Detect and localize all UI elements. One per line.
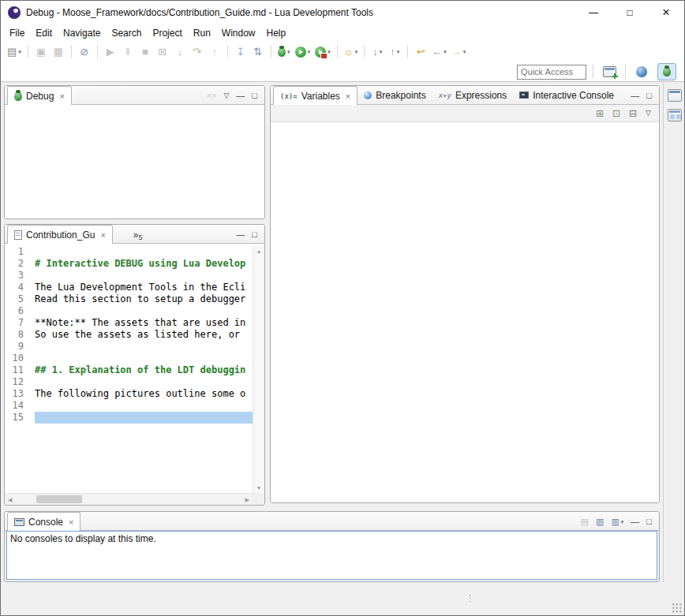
menu-navigate[interactable]: Navigate: [58, 26, 106, 40]
tab-variables[interactable]: (x)=Variables×: [273, 86, 357, 105]
editor-line[interactable]: 1: [5, 246, 253, 258]
close-tab-icon[interactable]: ×: [59, 91, 64, 101]
maximize-view-icon[interactable]: □: [646, 517, 652, 526]
maximize-view-icon[interactable]: □: [252, 230, 257, 239]
quick-access-input[interactable]: [517, 65, 586, 80]
minimize-view-icon[interactable]: —: [631, 517, 639, 526]
remove-all-terminated-icon[interactable]: ××: [207, 91, 217, 100]
console-view-toolbar: ▤ ▥ ▥ ▾ — □: [581, 517, 659, 526]
disconnect-icon[interactable]: ⊠: [155, 43, 170, 61]
editor-line[interactable]: 13The following pictures outline some o: [5, 388, 253, 400]
editor-horizontal-scrollbar[interactable]: ◀ ▶: [5, 493, 253, 505]
minimize-view-icon[interactable]: —: [631, 91, 639, 100]
lua-perspective-button[interactable]: [632, 63, 651, 80]
display-selected-console-icon[interactable]: ▥: [596, 517, 604, 526]
sash-handle[interactable]: ⋮: [466, 593, 474, 603]
forward-icon[interactable]: →▾: [450, 43, 468, 61]
tab-contribution-guide[interactable]: Contribution_Gu ×: [7, 225, 113, 244]
menu-window[interactable]: Window: [216, 26, 261, 40]
close-tab-icon[interactable]: ×: [69, 517, 73, 527]
open-new-console-button[interactable]: ▥ ▾: [611, 517, 623, 526]
debug-icon[interactable]: ▾: [276, 43, 292, 61]
maximize-window-button[interactable]: □: [612, 1, 648, 24]
run-icon[interactable]: ▾: [294, 43, 313, 61]
editor-line[interactable]: 12: [5, 376, 253, 388]
menu-file[interactable]: File: [4, 26, 30, 40]
editor-line[interactable]: 2# Interactive DEBUG using Lua Develop: [5, 258, 253, 270]
drop-to-frame-icon[interactable]: ↧: [233, 43, 249, 61]
back-icon[interactable]: ←▾: [430, 43, 448, 61]
step-into-icon[interactable]: ↓: [172, 43, 188, 61]
new-wizard-icon[interactable]: ▤▾: [6, 43, 23, 61]
show-logical-structures-icon[interactable]: ⊡: [612, 109, 620, 118]
close-tab-icon[interactable]: ×: [100, 230, 105, 240]
editor-line[interactable]: 10: [5, 353, 253, 364]
editor-line[interactable]: 8So use the assets as listed here, or: [5, 329, 253, 341]
last-edit-location-icon[interactable]: ↩: [413, 43, 429, 61]
close-tab-icon[interactable]: ×: [346, 91, 350, 101]
window-resize-grip[interactable]: [672, 603, 683, 614]
scroll-up-icon[interactable]: ▲: [256, 248, 262, 254]
close-window-button[interactable]: ×: [648, 1, 684, 24]
scroll-down-icon[interactable]: ▼: [256, 485, 262, 491]
tab-console[interactable]: Console ×: [7, 512, 80, 531]
editor-vertical-scrollbar[interactable]: ▲ ▼: [253, 246, 264, 493]
scroll-left-icon[interactable]: ◀: [8, 497, 12, 502]
external-tools-icon[interactable]: ▾: [313, 43, 332, 61]
editor-line[interactable]: 5Read this section to setup a debugger: [5, 293, 253, 305]
minimize-view-icon[interactable]: —: [236, 91, 245, 100]
view-menu-icon[interactable]: ▽: [646, 110, 651, 117]
step-return-icon[interactable]: ↑: [207, 43, 223, 61]
variables-view-content[interactable]: [271, 122, 659, 502]
open-new-console-icon: ▥: [611, 517, 619, 526]
editor-line[interactable]: 3: [5, 270, 253, 282]
minimized-outline-view-icon[interactable]: [668, 109, 682, 121]
editor-line[interactable]: 4The Lua Development Tools in the Ecli: [5, 282, 253, 293]
minimize-window-button[interactable]: —: [575, 1, 612, 24]
minimize-view-icon[interactable]: —: [236, 230, 245, 239]
tab-interactive-console[interactable]: Interactive Console: [513, 86, 620, 104]
scroll-right-icon[interactable]: ▶: [245, 497, 249, 502]
editor-tab-overflow-button[interactable]: » 5: [129, 228, 148, 243]
editor-line[interactable]: 7**Note:** The assets that are used in: [5, 317, 253, 329]
suspend-icon[interactable]: ‖: [120, 43, 136, 61]
tab-breakpoints[interactable]: Breakpoints: [357, 86, 432, 104]
menu-project[interactable]: Project: [147, 26, 187, 40]
editor-line-text: [35, 305, 253, 317]
editor-line[interactable]: 6: [5, 305, 253, 317]
open-perspective-button[interactable]: [600, 63, 619, 80]
use-step-filters-icon[interactable]: ⇅: [250, 43, 266, 61]
next-annotation-icon[interactable]: ↓▾: [369, 43, 385, 61]
tab-expressions[interactable]: x+yExpressions: [432, 86, 514, 104]
view-menu-icon[interactable]: ▽: [223, 92, 229, 99]
debug-view-content[interactable]: [5, 105, 264, 218]
menu-edit[interactable]: Edit: [30, 26, 58, 40]
resume-icon[interactable]: ▶: [103, 43, 118, 61]
editor-lines[interactable]: 12# Interactive DEBUG using Lua Develop3…: [5, 246, 253, 493]
console-view-content[interactable]: No consoles to display at this time.: [6, 531, 657, 580]
open-console-icon[interactable]: ▤: [581, 517, 589, 526]
minimized-view-restore-icon[interactable]: [668, 89, 682, 102]
save-all-icon[interactable]: ▦: [51, 43, 66, 61]
editor-line[interactable]: 15: [5, 412, 253, 424]
maximize-view-icon[interactable]: □: [252, 91, 257, 100]
save-icon[interactable]: ▣: [33, 43, 49, 61]
terminate-icon[interactable]: ■: [137, 43, 153, 61]
editor-line[interactable]: 14: [5, 400, 253, 412]
menu-search[interactable]: Search: [106, 26, 147, 40]
search-icon[interactable]: ☼▾: [342, 43, 359, 61]
previous-annotation-icon[interactable]: ↑▾: [387, 43, 402, 61]
debug-perspective-button[interactable]: [657, 63, 676, 80]
menu-run[interactable]: Run: [188, 26, 216, 40]
show-type-names-icon[interactable]: ⊞: [596, 109, 604, 118]
maximize-view-icon[interactable]: □: [646, 91, 652, 100]
editor-line[interactable]: 9: [5, 341, 253, 353]
menu-help[interactable]: Help: [261, 26, 292, 40]
breakpoints-icon: [364, 91, 372, 99]
step-over-icon[interactable]: ↷: [189, 43, 205, 61]
collapse-all-icon[interactable]: ⊟: [629, 109, 637, 118]
editor-line[interactable]: 11## 1. Explanation of the LDT debuggin: [5, 364, 253, 376]
skip-all-breakpoints-icon[interactable]: ⊘: [77, 43, 92, 61]
scrollbar-thumb[interactable]: [36, 495, 82, 503]
tab-debug[interactable]: Debug ×: [7, 86, 72, 105]
